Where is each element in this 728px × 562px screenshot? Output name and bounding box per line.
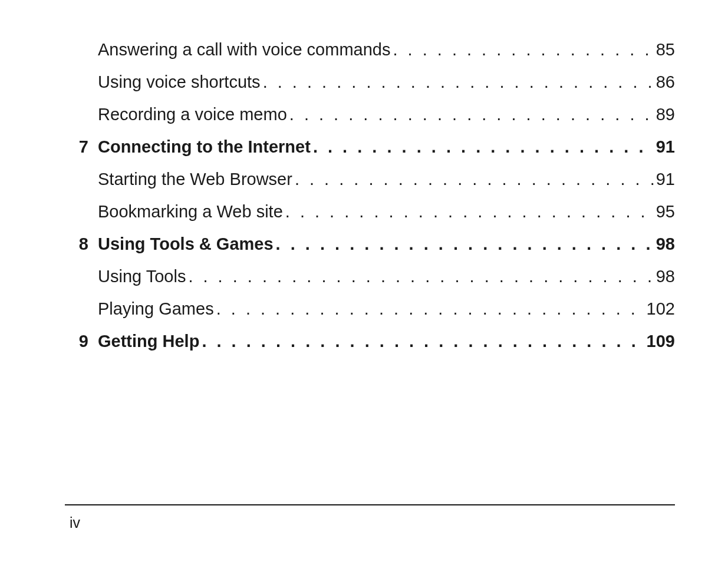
toc-entry-body: Using voice shortcuts . . . . . . . . . … [98, 72, 675, 92]
toc-page: 91 [655, 170, 675, 189]
toc-page: 109 [645, 332, 675, 351]
page-number: iv [70, 514, 80, 531]
toc-entry-body: Bookmarking a Web site . . . . . . . . .… [98, 202, 675, 222]
footer-divider [65, 504, 675, 505]
toc-title: Playing Games [98, 299, 214, 319]
toc-entry-body: Getting Help . . . . . . . . . . . . . .… [98, 332, 675, 351]
toc-chapter: 7 Connecting to the Internet . . . . . .… [65, 137, 675, 157]
dot-leader: . . . . . . . . . . . . . . . . . . . . … [276, 234, 654, 254]
chapter-number: 9 [65, 332, 91, 351]
toc-title: Connecting to the Internet [98, 137, 311, 157]
toc-entry-body: Using Tools . . . . . . . . . . . . . . … [98, 267, 675, 286]
toc-entry-body: Answering a call with voice commands . .… [98, 40, 675, 59]
toc-page: 91 [655, 137, 675, 157]
toc-entry-body: Playing Games . . . . . . . . . . . . . … [98, 299, 675, 319]
toc-entry: Answering a call with voice commands . .… [65, 40, 675, 59]
toc-entry: Recording a voice memo . . . . . . . . .… [65, 105, 675, 124]
toc-page: 89 [655, 105, 675, 124]
toc-entry: Bookmarking a Web site . . . . . . . . .… [65, 202, 675, 222]
toc-page: Answering a call with voice commands . .… [65, 40, 675, 528]
toc-entry-body: Starting the Web Browser . . . . . . . .… [98, 170, 675, 189]
toc-chapter: 8 Using Tools & Games . . . . . . . . . … [65, 234, 675, 254]
toc-list: Answering a call with voice commands . .… [65, 40, 675, 351]
chapter-number: 7 [65, 137, 91, 157]
toc-entry-body: Connecting to the Internet . . . . . . .… [98, 137, 675, 157]
toc-entry-body: Recording a voice memo . . . . . . . . .… [98, 105, 675, 124]
toc-entry: Playing Games . . . . . . . . . . . . . … [65, 299, 675, 319]
toc-entry: Using voice shortcuts . . . . . . . . . … [65, 72, 675, 92]
chapter-number: 8 [65, 234, 91, 254]
toc-chapter: 9 Getting Help . . . . . . . . . . . . .… [65, 332, 675, 351]
toc-entry-body: Using Tools & Games . . . . . . . . . . … [98, 234, 675, 254]
toc-entry: Using Tools . . . . . . . . . . . . . . … [65, 267, 675, 286]
toc-title: Recording a voice memo [98, 105, 287, 124]
toc-page: 86 [655, 72, 675, 92]
toc-page: 95 [655, 202, 675, 222]
toc-page: 85 [655, 40, 675, 59]
dot-leader: . . . . . . . . . . . . . . . . . . . . … [313, 137, 654, 157]
toc-page: 98 [655, 234, 675, 254]
toc-title: Answering a call with voice commands [98, 40, 390, 59]
toc-page: 102 [645, 299, 675, 319]
toc-title: Getting Help [98, 332, 199, 351]
toc-title: Using Tools & Games [98, 234, 274, 254]
dot-leader: . . . . . . . . . . . . . . . . . . . . … [289, 105, 654, 124]
toc-entry: Starting the Web Browser . . . . . . . .… [65, 170, 675, 189]
dot-leader: . . . . . . . . . . . . . . . . . . . . … [216, 299, 644, 319]
toc-title: Using voice shortcuts [98, 72, 261, 92]
dot-leader: . . . . . . . . . . . . . . . . . . . . … [188, 267, 653, 286]
dot-leader: . . . . . . . . . . . . . . . . . . . . … [393, 40, 653, 59]
toc-title: Using Tools [98, 267, 186, 286]
toc-title: Starting the Web Browser [98, 170, 292, 189]
dot-leader: . . . . . . . . . . . . . . . . . . . . … [202, 332, 644, 351]
dot-leader: . . . . . . . . . . . . . . . . . . . . … [295, 170, 654, 189]
toc-title: Bookmarking a Web site [98, 202, 283, 222]
dot-leader: . . . . . . . . . . . . . . . . . . . . … [285, 202, 654, 222]
toc-page: 98 [655, 267, 675, 286]
dot-leader: . . . . . . . . . . . . . . . . . . . . … [263, 72, 654, 92]
